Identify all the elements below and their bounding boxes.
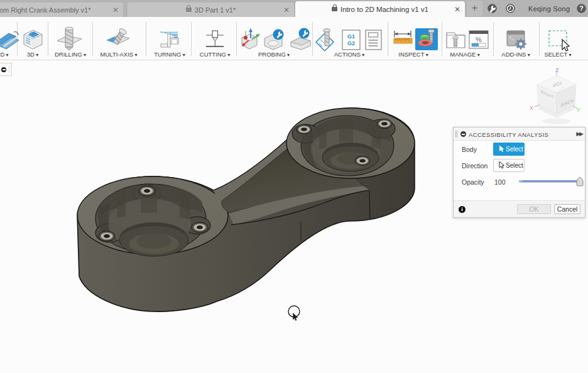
svg-text:Z: Z bbox=[555, 67, 559, 73]
svg-text:X: X bbox=[530, 105, 533, 111]
svg-text:?: ? bbox=[579, 4, 583, 12]
svg-text:Select: Select bbox=[506, 146, 523, 153]
svg-text:>_: >_ bbox=[509, 35, 514, 40]
svg-text:%: % bbox=[476, 36, 482, 43]
svg-text:G2: G2 bbox=[347, 40, 355, 46]
svg-text:Y: Y bbox=[577, 107, 580, 113]
svg-text:Select: Select bbox=[506, 162, 523, 169]
svg-text:G1: G1 bbox=[347, 33, 355, 40]
